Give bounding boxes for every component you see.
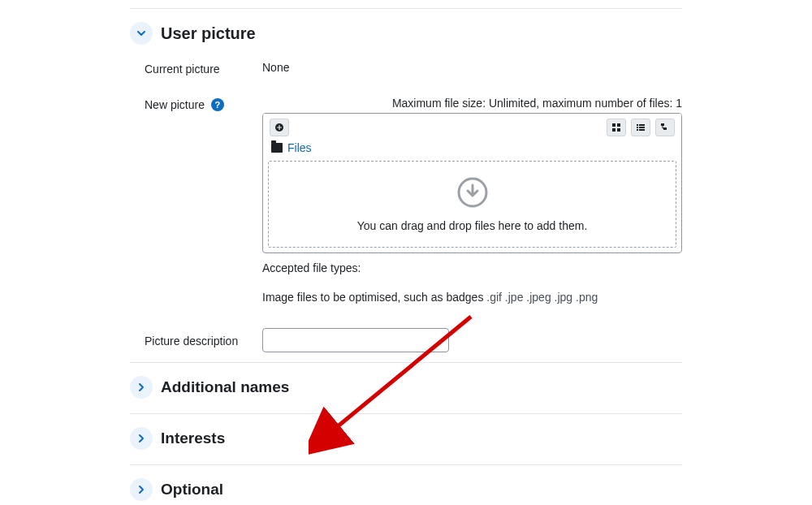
view-tree-button[interactable] [655, 119, 675, 136]
accepted-types-line: Image files to be optimised, such as bad… [262, 291, 682, 304]
tree-icon [660, 123, 670, 132]
chevron-right-icon [130, 427, 153, 450]
section-user-picture: User picture Current picture None New pi… [130, 8, 682, 362]
svg-rect-1 [612, 123, 615, 127]
svg-rect-8 [639, 127, 645, 128]
picture-description-label: Picture description [145, 333, 262, 347]
file-limit-text: Maximum file size: Unlimited, maximum nu… [262, 97, 682, 110]
view-grid-button[interactable] [607, 119, 626, 136]
chevron-down-icon [130, 22, 153, 45]
svg-rect-7 [637, 127, 638, 128]
file-path: Files [263, 141, 681, 161]
section-toggle-additional-names[interactable]: Additional names [130, 371, 682, 404]
field-current-picture: Current picture None [145, 61, 682, 76]
section-title: User picture [161, 24, 256, 43]
section-toggle-interests[interactable]: Interests [130, 422, 682, 455]
picture-description-input[interactable] [262, 328, 449, 352]
file-picker-toolbar [263, 114, 681, 141]
section-toggle-user-picture[interactable]: User picture [130, 17, 682, 50]
download-arrow-icon [277, 176, 667, 211]
help-icon[interactable]: ? [211, 98, 224, 111]
chevron-right-icon [130, 478, 153, 501]
svg-rect-5 [637, 124, 638, 126]
section-toggle-optional[interactable]: Optional [130, 473, 682, 505]
add-icon [274, 123, 284, 132]
section-optional: Optional [130, 464, 682, 505]
svg-rect-11 [661, 123, 664, 126]
section-title: Interests [161, 429, 225, 447]
svg-rect-3 [612, 128, 615, 132]
svg-rect-10 [639, 129, 645, 131]
current-picture-label: Current picture [145, 61, 262, 76]
field-new-picture: New picture ? Maximum file size: Unlimit… [145, 97, 682, 304]
folder-icon [271, 143, 283, 153]
svg-rect-12 [663, 127, 667, 130]
svg-rect-4 [617, 128, 620, 132]
files-root-link[interactable]: Files [287, 141, 312, 154]
svg-rect-2 [617, 123, 620, 127]
view-list-button[interactable] [631, 119, 650, 136]
add-file-button[interactable] [270, 119, 289, 136]
svg-rect-6 [639, 124, 645, 126]
new-picture-label: New picture ? [145, 97, 262, 111]
drop-text: You can drag and drop files here to add … [277, 219, 667, 232]
section-interests: Interests [130, 413, 682, 464]
section-title: Optional [161, 481, 223, 499]
section-title: Additional names [161, 378, 289, 396]
chevron-right-icon [130, 376, 153, 399]
current-picture-value: None [262, 61, 682, 74]
section-additional-names: Additional names [130, 362, 682, 413]
file-picker: Files You can drag and drop files here t… [262, 113, 682, 253]
grid-icon [611, 123, 621, 132]
field-picture-description: Picture description [145, 328, 682, 352]
accepted-types-label: Accepted file types: [262, 261, 682, 274]
list-icon [636, 123, 646, 132]
file-drop-area[interactable]: You can drag and drop files here to add … [268, 161, 676, 248]
svg-rect-9 [637, 129, 638, 131]
